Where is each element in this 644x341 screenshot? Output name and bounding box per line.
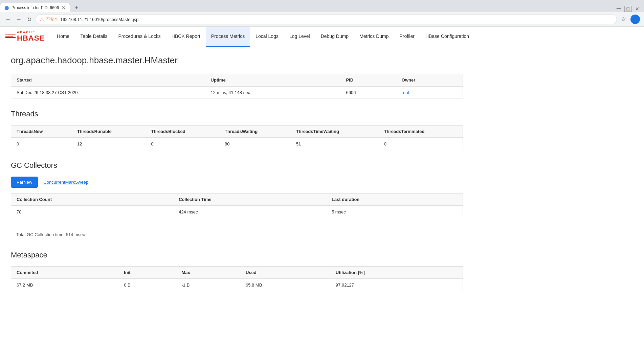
account-button[interactable]: 👤 xyxy=(630,15,640,24)
threads-terminated-value: 0 xyxy=(379,138,463,150)
col-commited: Commited xyxy=(11,267,119,279)
maximize-icon[interactable]: □ xyxy=(624,6,632,12)
hbase-logo: APACHE HBASE xyxy=(5,28,45,45)
process-info-table: Started Uptime PID Owner Sat Dec 26 18:3… xyxy=(11,74,463,99)
nav-item-table-details[interactable]: Table Details xyxy=(75,27,113,47)
gc-table: Collection Count Collection Time Last du… xyxy=(11,193,463,218)
table-row: Sat Dec 26 18:38:27 CST 2020 12 mins, 41… xyxy=(11,86,463,99)
col-threads-waiting: ThreadsWaiting xyxy=(219,126,291,138)
nav-items: Home Table Details Procedures & Locks HB… xyxy=(51,27,474,47)
started-value: Sat Dec 26 18:38:27 CST 2020 xyxy=(11,86,205,99)
close-icon[interactable]: ✕ xyxy=(633,6,641,12)
nav-item-local-logs[interactable]: Local Logs xyxy=(250,27,284,47)
nav-item-profiler[interactable]: Profiler xyxy=(394,27,420,47)
col-collection-time: Collection Time xyxy=(173,194,326,206)
nav-item-debug-dump[interactable]: Debug Dump xyxy=(315,27,354,47)
tab-bar: ⬤ Process info for PID: 6606 ✕ + ─ □ ✕ xyxy=(0,0,644,12)
col-pid: PID xyxy=(341,74,396,87)
tab-title: Process info for PID: 6606 xyxy=(12,5,59,10)
metaspace-section: Metaspace Commited Init Max Used Utiliza… xyxy=(11,251,463,291)
last-duration-value: 5 msec xyxy=(326,206,463,218)
utilization-value: 97.92127 xyxy=(330,279,463,291)
page-title: org.apache.hadoop.hbase.master.HMaster xyxy=(11,55,463,66)
address-input[interactable]: ⚠ 不安全 192.168.11.21:16010/processMaster.… xyxy=(36,14,617,24)
hbase-nav: APACHE HBASE Home Table Details Procedur… xyxy=(0,27,644,47)
gc-tab-par-new[interactable]: ParNew xyxy=(11,177,38,188)
col-init: Init xyxy=(118,267,176,279)
col-owner: Owner xyxy=(396,74,463,87)
owner-value: root xyxy=(396,86,463,99)
new-tab-button[interactable]: + xyxy=(71,4,82,11)
nav-item-home[interactable]: Home xyxy=(51,27,75,47)
gc-total-label: Total GC Collection time: 514 msec xyxy=(11,229,463,240)
forward-button[interactable]: → xyxy=(15,15,23,24)
tab-close-icon[interactable]: ✕ xyxy=(62,5,66,10)
col-started: Started xyxy=(11,74,205,87)
back-button[interactable]: ← xyxy=(4,15,12,24)
browser-chrome: ⬤ Process info for PID: 6606 ✕ + ─ □ ✕ ←… xyxy=(0,0,644,27)
table-row: 67.2 MB 0 B -1 B 65.8 MB 97.92127 xyxy=(11,279,463,291)
table-row: 0 12 0 80 51 0 xyxy=(11,138,463,150)
col-threads-blocked: ThreadsBlocked xyxy=(146,126,220,138)
url-text: 192.168.11.21:16010/processMaster.jsp xyxy=(60,17,138,22)
nav-item-log-level[interactable]: Log Level xyxy=(284,27,315,47)
col-max: Max xyxy=(176,267,240,279)
col-threads-time-waiting: ThreadsTimeWaiting xyxy=(291,126,379,138)
address-bar: ← → ↻ ⚠ 不安全 192.168.11.21:16010/processM… xyxy=(0,12,644,26)
threads-new-value: 0 xyxy=(11,138,72,150)
threads-section-title: Threads xyxy=(11,110,463,118)
gc-tabs: ParNew ConcurrentMarkSweep xyxy=(11,177,463,188)
warning-icon: ⚠ xyxy=(40,17,44,22)
nav-item-metrics-dump[interactable]: Metrics Dump xyxy=(354,27,394,47)
gc-section-title: GC Collectors xyxy=(11,161,463,170)
threads-blocked-value: 0 xyxy=(146,138,220,150)
threads-section: Threads ThreadsNew ThreadsRunable Thread… xyxy=(11,110,463,150)
gc-section: GC Collectors ParNew ConcurrentMarkSweep… xyxy=(11,161,463,240)
col-threads-runable: ThreadsRunable xyxy=(72,126,146,138)
bookmark-button[interactable]: ☆ xyxy=(620,14,628,24)
threads-runable-value: 12 xyxy=(72,138,146,150)
collection-time-value: 424 msec xyxy=(173,206,326,218)
uptime-value: 12 mins, 41.148 sec xyxy=(205,86,341,99)
nav-item-process-metrics[interactable]: Process Metrics xyxy=(206,27,250,47)
max-value: -1 B xyxy=(176,279,240,291)
threads-waiting-value: 80 xyxy=(219,138,291,150)
col-threads-terminated: ThreadsTerminated xyxy=(379,126,463,138)
not-secure-label: 不安全 xyxy=(46,17,58,22)
commited-value: 67.2 MB xyxy=(11,279,119,291)
init-value: 0 B xyxy=(118,279,176,291)
col-utilization: Utilization [%] xyxy=(330,267,463,279)
gc-tab-concurrent-mark-sweep[interactable]: ConcurrentMarkSweep xyxy=(38,177,94,188)
table-row: 78 424 msec 5 msec xyxy=(11,206,463,218)
metaspace-table: Commited Init Max Used Utilization [%] 6… xyxy=(11,266,463,291)
col-last-duration: Last duration xyxy=(326,194,463,206)
metaspace-section-title: Metaspace xyxy=(11,251,463,259)
browser-tab[interactable]: ⬤ Process info for PID: 6606 ✕ xyxy=(0,3,70,12)
logo-hbase: HBASE xyxy=(17,34,45,43)
nav-item-procedures-locks[interactable]: Procedures & Locks xyxy=(113,27,166,47)
nav-item-hbase-configuration[interactable]: HBase Configuration xyxy=(420,27,474,47)
main-content: org.apache.hadoop.hbase.master.HMaster S… xyxy=(0,47,474,310)
threads-time-waiting-value: 51 xyxy=(291,138,379,150)
nav-item-hbck-report[interactable]: HBCK Report xyxy=(166,27,206,47)
refresh-button[interactable]: ↻ xyxy=(26,15,33,24)
minimize-icon[interactable]: ─ xyxy=(615,5,623,12)
logo-apache: APACHE xyxy=(17,31,45,34)
pid-value: 6606 xyxy=(341,86,396,99)
col-collection-count: Collection Count xyxy=(11,194,174,206)
col-uptime: Uptime xyxy=(205,74,341,87)
col-used: Used xyxy=(240,267,330,279)
used-value: 65.8 MB xyxy=(240,279,330,291)
col-threads-new: ThreadsNew xyxy=(11,126,72,138)
collection-count-value: 78 xyxy=(11,206,174,218)
window-controls: ─ □ ✕ xyxy=(615,5,644,12)
threads-table: ThreadsNew ThreadsRunable ThreadsBlocked… xyxy=(11,125,463,150)
tab-favicon: ⬤ xyxy=(4,5,9,10)
